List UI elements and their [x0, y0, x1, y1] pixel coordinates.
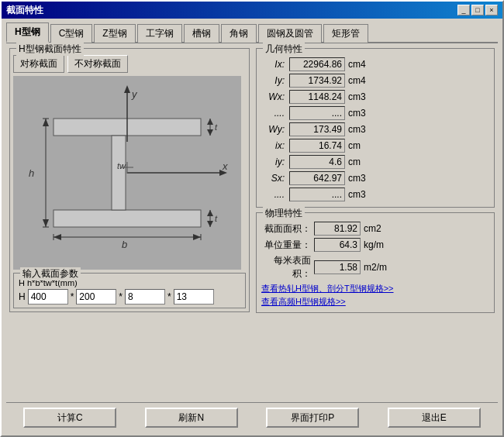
geo-label-iy: Iy: — [261, 75, 285, 86]
svg-rect-3 — [112, 136, 126, 210]
title-bar: 截面特性 _ □ × — [2, 2, 502, 19]
geo-row-wy: Wy: 173.49 cm3 — [261, 122, 489, 136]
geo-unit-dots1: cm3 — [348, 108, 370, 119]
b-input[interactable] — [76, 289, 116, 305]
geo-row-iy2: iy: 4.6 cm — [261, 155, 489, 169]
phys-value-area: 81.92 — [314, 222, 361, 236]
geo-row-dots1: .... .... cm3 — [261, 106, 489, 120]
geo-row-wx: Wx: 1148.24 cm3 — [261, 90, 489, 104]
tab-channel-steel[interactable]: 槽钢 — [184, 24, 219, 43]
calc-button[interactable]: 计算C — [23, 408, 116, 428]
params-group: 输入截面参数 H h*b*tw*t(mm) H * * * — [13, 273, 246, 308]
svg-text:tw: tw — [117, 161, 126, 170]
minimize-button[interactable]: _ — [457, 5, 470, 15]
phys-group: 物理特性 截面面积： 81.92 cm2 单位重量： 64.3 kg/m 每米表… — [256, 212, 495, 313]
link-row-2: 查看高频H型钢规格>> — [261, 296, 489, 308]
geo-value-sx: 642.97 — [289, 171, 345, 185]
print-button[interactable]: 界面打印P — [266, 408, 359, 428]
geo-value-ix: 22964.86 — [289, 57, 345, 71]
tab-i-steel[interactable]: 工字钢 — [137, 24, 182, 43]
geo-row-dots2: .... .... cm3 — [261, 188, 489, 201]
geo-unit-wx: cm3 — [348, 91, 370, 102]
title-controls: _ □ × — [457, 5, 498, 15]
geo-unit-wy: cm3 — [348, 124, 370, 135]
geo-unit-ix2: cm — [348, 140, 370, 151]
h-input[interactable] — [28, 289, 68, 305]
window-title: 截面特性 — [6, 4, 43, 17]
svg-text:h: h — [29, 167, 34, 179]
geo-label-sx: Sx: — [261, 173, 285, 184]
link-hot-rolled[interactable]: 查看热轧H型钢、剖分T型钢规格>> — [261, 284, 394, 293]
phys-unit-weight: kg/m — [364, 239, 384, 250]
tab-symmetric[interactable]: 对称截面 — [13, 55, 64, 73]
exit-button[interactable]: 退出E — [388, 408, 481, 428]
phys-label-area: 截面面积： — [261, 222, 311, 236]
refresh-button[interactable]: 刷新N — [145, 408, 238, 428]
diagram-area: y x h — [13, 76, 241, 270]
geo-unit-dots2: cm3 — [348, 189, 370, 200]
tw-input[interactable] — [125, 289, 165, 305]
geo-title: 几何特性 — [263, 43, 305, 56]
tab-rect-pipe[interactable]: 矩形管 — [323, 24, 368, 43]
svg-rect-2 — [54, 210, 201, 227]
geo-label-iy2: iy: — [261, 157, 285, 167]
phys-value-surface: 1.58 — [314, 260, 361, 274]
geo-value-iy2: 4.6 — [289, 155, 345, 169]
geo-label-wx: Wx: — [261, 91, 285, 102]
geo-label-ix: Ix: — [261, 59, 285, 70]
geo-row-ix: Ix: 22964.86 cm4 — [261, 57, 489, 71]
section-group-title: H型钢截面特性 — [16, 43, 84, 56]
tab-z-steel[interactable]: Z型钢 — [94, 24, 135, 43]
tab-h-steel[interactable]: H型钢 — [6, 22, 49, 43]
geo-unit-ix: cm4 — [348, 59, 370, 70]
tab-bar: H型钢 C型钢 Z型钢 工字钢 槽钢 角钢 圆钢及圆管 矩形管 — [6, 22, 498, 43]
tab-angle-steel[interactable]: 角钢 — [221, 24, 257, 43]
tab-asymmetric[interactable]: 不对称截面 — [67, 55, 128, 73]
link-row-1: 查看热轧H型钢、剖分T型钢规格>> — [261, 283, 489, 294]
geo-row-sx: Sx: 642.97 cm3 — [261, 171, 489, 185]
phys-row-surface: 每米表面积： 1.58 m2/m — [261, 254, 489, 280]
left-panel: H型钢截面特性 对称截面 不对称截面 — [9, 48, 250, 396]
maximize-button[interactable]: □ — [471, 5, 484, 15]
phys-value-weight: 64.3 — [314, 238, 361, 252]
phys-title: 物理特性 — [263, 207, 305, 220]
geo-group: 几何特性 Ix: 22964.86 cm4 Iy: 1734.92 cm4 Wx… — [256, 48, 495, 208]
main-area: H型钢截面特性 对称截面 不对称截面 — [6, 43, 498, 399]
geo-unit-iy: cm4 — [348, 75, 370, 86]
geo-value-dots2: .... — [289, 188, 345, 201]
geo-value-ix2: 16.74 — [289, 139, 345, 153]
right-panel: 几何特性 Ix: 22964.86 cm4 Iy: 1734.92 cm4 Wx… — [256, 48, 495, 396]
close-button[interactable]: × — [485, 5, 498, 15]
phys-unit-area: cm2 — [364, 223, 381, 234]
t-input[interactable] — [174, 289, 214, 305]
link-high-freq[interactable]: 查看高频H型钢规格>> — [261, 297, 346, 306]
geo-row-ix2: ix: 16.74 cm — [261, 139, 489, 153]
geo-label-dots2: .... — [261, 189, 285, 200]
geo-value-iy: 1734.92 — [289, 74, 345, 88]
geo-value-wx: 1148.24 — [289, 90, 345, 104]
section-tabs: 对称截面 不对称截面 — [13, 55, 246, 73]
sep1: * — [71, 291, 74, 302]
h-label: H — [19, 291, 26, 302]
svg-text:x: x — [222, 160, 228, 172]
section-group: H型钢截面特性 对称截面 不对称截面 — [9, 48, 250, 312]
geo-row-iy: Iy: 1734.92 cm4 — [261, 74, 489, 88]
geo-unit-iy2: cm — [348, 157, 370, 167]
params-inputs: H * * * — [19, 289, 240, 305]
content-area: H型钢 C型钢 Z型钢 工字钢 槽钢 角钢 圆钢及圆管 矩形管 H型钢截面特性 … — [2, 19, 502, 435]
geo-value-dots1: .... — [289, 106, 345, 120]
params-title: 输入截面参数 — [20, 267, 81, 280]
phys-label-surface: 每米表面积： — [261, 254, 311, 280]
beam-diagram: y x h — [13, 76, 241, 270]
geo-label-ix2: ix: — [261, 140, 285, 151]
main-window: 截面特性 _ □ × H型钢 C型钢 Z型钢 工字钢 槽钢 角钢 圆钢及圆管 矩… — [0, 0, 504, 437]
phys-label-weight: 单位重量： — [261, 239, 311, 252]
tab-round-steel[interactable]: 圆钢及圆管 — [258, 24, 322, 43]
geo-unit-sx: cm3 — [348, 173, 370, 184]
tab-c-steel[interactable]: C型钢 — [50, 24, 93, 43]
phys-unit-surface: m2/m — [364, 262, 387, 273]
geo-value-wy: 173.49 — [289, 122, 345, 136]
phys-row-weight: 单位重量： 64.3 kg/m — [261, 238, 489, 252]
geo-label-wy: Wy: — [261, 124, 285, 135]
sep3: * — [167, 291, 171, 302]
